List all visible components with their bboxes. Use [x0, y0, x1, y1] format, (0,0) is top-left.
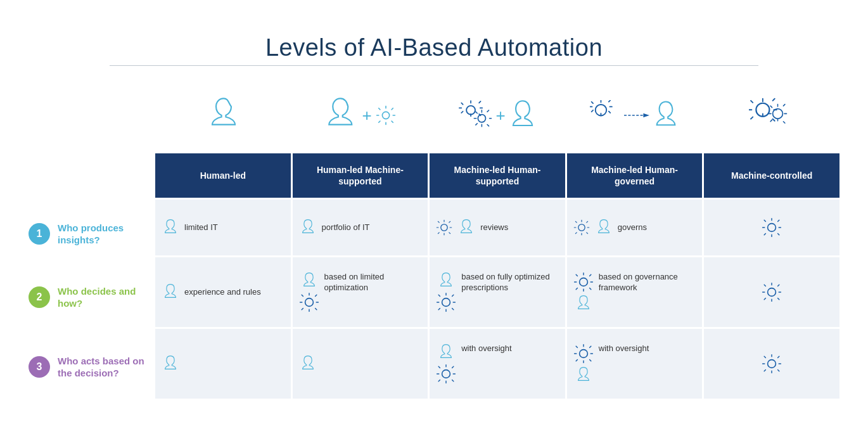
cell-r2c4: based on governance framework	[567, 257, 703, 327]
question-1-text: Who produces insights?	[58, 222, 155, 247]
cell-r3c1	[155, 329, 291, 399]
icons-row: +	[155, 77, 839, 153]
icon-col1	[155, 77, 292, 153]
cell-r3c2	[293, 329, 428, 399]
svg-marker-1	[643, 113, 649, 117]
cell-r1c3: reviews	[430, 200, 565, 255]
header-col5: Machine-controlled	[704, 153, 839, 198]
data-rows: limited IT portfolio of IT	[155, 200, 839, 399]
question-2-text: Who decides and how?	[58, 285, 155, 310]
question-3-text: Who acts based on the decision?	[58, 355, 155, 380]
icon-col5	[703, 77, 839, 153]
table-area: +	[155, 77, 839, 402]
page-title: Levels of AI-Based Automation	[29, 34, 839, 61]
layout: 1 Who produces insights? 2 Who decides a…	[29, 77, 839, 402]
badge-1: 1	[29, 223, 50, 245]
cell-r1c1: limited IT	[155, 200, 291, 255]
header-col1: Human-led	[155, 153, 291, 198]
cell-r1c5	[704, 200, 839, 255]
header-col3: Machine-led Human-supported	[430, 153, 565, 198]
header-col2: Human-led Machine-supported	[293, 153, 428, 198]
cell-r2c5	[704, 257, 839, 327]
title-divider	[110, 65, 758, 66]
cell-r3c4: with oversight	[567, 329, 703, 399]
cell-r3c3: with oversight	[430, 329, 565, 399]
badge-3: 3	[29, 356, 50, 378]
question-2-label: 2 Who decides and how?	[29, 262, 155, 332]
cell-r1c2: portfolio of IT	[293, 200, 428, 255]
cell-r2c2: based on limited optimization	[293, 257, 428, 327]
main-container: Levels of AI-Based Automation 1 Who prod…	[10, 22, 858, 414]
row-decides: experience and rules	[155, 257, 839, 327]
cell-r3c5	[704, 329, 839, 399]
left-labels: 1 Who produces insights? 2 Who decides a…	[29, 77, 155, 402]
question-3-label: 3 Who acts based on the decision?	[29, 332, 155, 402]
question-1-label: 1 Who produces insights?	[29, 205, 155, 262]
header-col4: Machine-led Human-governed	[567, 153, 703, 198]
icon-col4	[566, 77, 703, 153]
cell-r1c4: governs	[567, 200, 703, 255]
headers-row: Human-led Human-led Machine-supported Ma…	[155, 153, 839, 198]
row-insights: limited IT portfolio of IT	[155, 200, 839, 255]
cell-r2c3: based on fully optimized prescriptions	[430, 257, 565, 327]
row-acts: with oversight	[155, 329, 839, 399]
icon-col3: +	[429, 77, 566, 153]
cell-r2c1: experience and rules	[155, 257, 291, 327]
badge-2: 2	[29, 286, 50, 308]
icon-col2: +	[292, 77, 429, 153]
